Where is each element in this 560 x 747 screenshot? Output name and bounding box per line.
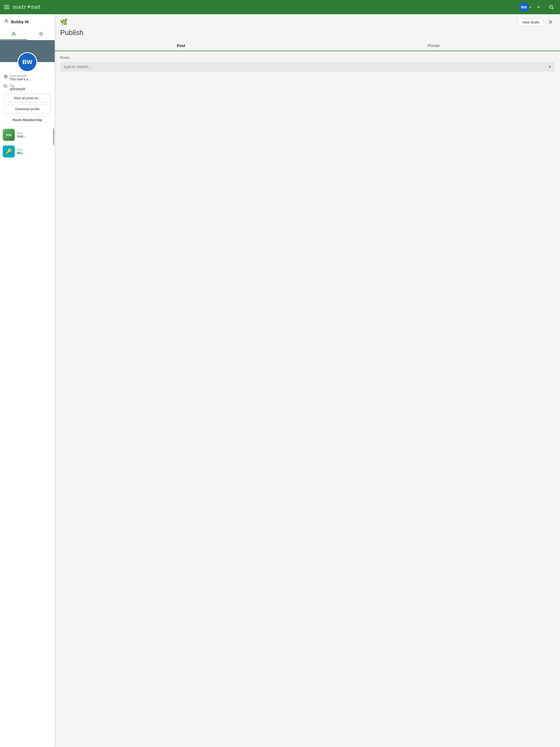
external-affiliation-content: External Affili... This user's e... <box>9 74 31 81</box>
tag-label: Tag <box>9 84 25 87</box>
add-button[interactable]: + <box>534 2 543 12</box>
room-info-1: Roo... Ask... <box>17 131 26 138</box>
topnav-right-actions: BW ▾ + <box>519 2 556 12</box>
external-affiliation-value: This user's e... <box>9 77 31 81</box>
tab-post[interactable]: Post <box>55 41 307 51</box>
room-logo-mb: mb <box>3 129 15 141</box>
svg-point-5 <box>5 85 5 86</box>
tag-content: Tag @BobbyW <box>9 84 25 91</box>
room-item-2[interactable]: 🔑 Roo... Mo... <box>0 143 55 160</box>
tab-private[interactable]: Private <box>307 41 560 51</box>
user-avatar-button[interactable]: BW <box>519 2 529 12</box>
top-navigation: metr✦net BW ▾ + <box>0 0 560 14</box>
menu-button[interactable] <box>4 5 9 9</box>
room-label-2: Roo... <box>17 148 24 151</box>
close-publish-button[interactable]: ✕ <box>546 18 555 26</box>
profile-header-icon <box>4 19 9 25</box>
external-affiliation-row: External Affili... This user's e... <box>4 74 51 81</box>
chevron-down-icon: ▾ <box>549 65 551 69</box>
publish-topbar-right: View drafts ✕ <box>518 18 555 26</box>
main-layout: Bobby W BW <box>0 14 560 747</box>
room-name-1: Ask... <box>17 134 26 138</box>
tag-icon <box>4 84 8 89</box>
room-search-input[interactable] <box>64 65 546 69</box>
room-item-1[interactable]: mb Roo... Ask... <box>0 126 55 143</box>
scroll-indicator <box>53 129 54 145</box>
publish-tabs: Post Private <box>55 41 560 51</box>
view-drafts-button[interactable]: View drafts <box>518 18 543 26</box>
view-all-posts-button[interactable]: View all posts an... <box>4 94 51 103</box>
profile-avatar: BW <box>18 52 37 72</box>
user-avatar-dropdown[interactable]: BW ▾ <box>519 2 531 12</box>
svg-point-2 <box>5 19 7 21</box>
svg-point-0 <box>550 5 553 8</box>
tag-value: @BobbyW <box>9 87 25 91</box>
svg-line-1 <box>552 8 554 9</box>
room-info-2: Roo... Mo... <box>17 148 24 155</box>
room-membership-title: Room Membership <box>4 115 51 124</box>
site-logo: metr✦net <box>12 4 41 11</box>
logo-net: net <box>31 4 41 10</box>
room-logo-key: 🔑 <box>3 146 15 157</box>
rooms-scroll-container: mb Roo... Ask... 🔑 Roo... Mo... <box>0 126 55 160</box>
room-label-1: Roo... <box>17 131 26 134</box>
avatar-dropdown-arrow: ▾ <box>530 6 531 9</box>
logo-text: metr <box>12 4 26 10</box>
publish-icon: 🌿 <box>60 19 68 26</box>
svg-point-3 <box>13 32 15 34</box>
profile-banner: BW <box>0 40 55 62</box>
profile-tabs <box>0 28 55 40</box>
profile-name: Bobby W <box>11 19 29 24</box>
tab-home[interactable] <box>27 28 55 40</box>
external-affiliation-label: External Affili... <box>9 74 31 77</box>
search-button[interactable] <box>546 2 556 12</box>
download-profile-button[interactable]: Download profile <box>4 105 51 113</box>
room-search-container[interactable]: ▾ <box>60 62 555 72</box>
publish-panel: 🌿 View drafts ✕ Publish Post Private Roo… <box>55 14 560 747</box>
profile-header: Bobby W <box>0 14 55 28</box>
room-section-label: Room <box>60 55 555 60</box>
profile-panel: Bobby W BW <box>0 14 55 747</box>
room-section: Room ▾ <box>55 55 560 76</box>
room-name-2: Mo... <box>17 151 24 155</box>
tag-row: Tag @BobbyW <box>4 84 51 91</box>
publish-topbar: 🌿 View drafts ✕ <box>55 14 560 26</box>
publish-title: Publish <box>55 26 560 41</box>
profile-info: External Affili... This user's e... Tag … <box>0 74 55 126</box>
globe-icon <box>4 75 8 79</box>
logo-dot: ✦ <box>26 4 31 10</box>
tab-profile[interactable] <box>0 28 27 40</box>
